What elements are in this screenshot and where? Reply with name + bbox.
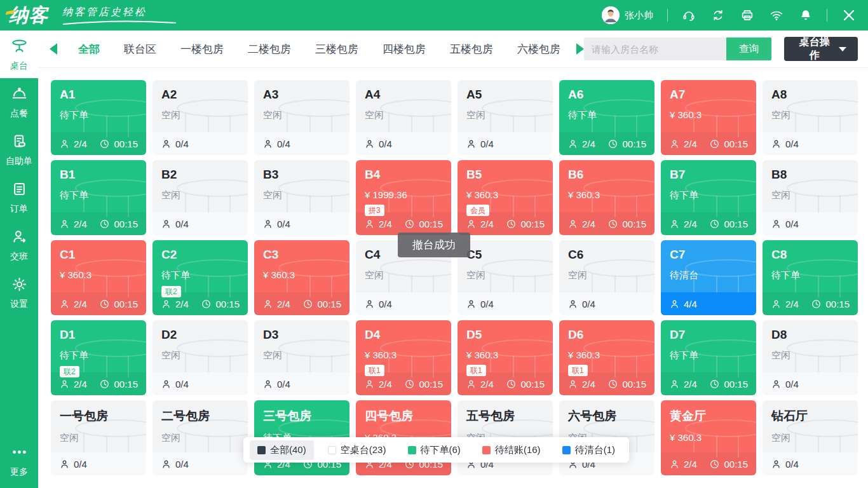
legend-label: 待清台(1)	[575, 444, 615, 456]
sync-icon[interactable]	[711, 8, 725, 22]
table-card[interactable]: A1待下单2/400:15	[51, 80, 146, 155]
table-card[interactable]: C6空闲0/4	[559, 240, 654, 315]
guest-count: 2/4	[684, 219, 697, 229]
guest-count: 2/4	[74, 219, 87, 229]
table-card[interactable]: B7待下单2/400:15	[661, 160, 756, 235]
tab-area-0[interactable]: 全部	[78, 42, 100, 57]
table-card[interactable]: D4¥ 360.3联12/400:15	[356, 320, 451, 395]
table-card[interactable]: A3空闲0/4	[254, 80, 349, 155]
occupied-time: 00:15	[724, 379, 748, 390]
bell-icon[interactable]	[799, 8, 813, 22]
table-card[interactable]: C1¥ 360.32/400:15	[51, 240, 146, 315]
table-card[interactable]: A2空闲0/4	[153, 80, 248, 155]
legend-item-3[interactable]: 待结账(16)	[475, 440, 548, 460]
table-footer: 2/400:15	[51, 212, 146, 235]
table-card[interactable]: 黄金厅¥ 360.32/400:15	[661, 400, 756, 475]
table-card[interactable]: D6¥ 360.3联12/400:15	[559, 320, 654, 395]
guests-icon	[262, 299, 273, 309]
table-name: A1	[60, 88, 137, 102]
table-card[interactable]: 二号包房空闲0/4	[153, 400, 248, 475]
guest-count: 2/4	[74, 379, 87, 390]
guests-icon	[771, 219, 782, 229]
tab-area-4[interactable]: 三楼包房	[315, 42, 358, 57]
table-card[interactable]: 钻石厅空闲0/4	[763, 400, 858, 475]
sidebar-item-label: 订单	[10, 203, 28, 215]
tab-area-3[interactable]: 二楼包房	[248, 42, 291, 57]
guests-icon	[567, 379, 578, 390]
table-status: ¥ 360.3	[466, 349, 544, 360]
table-card[interactable]: A5空闲0/4	[458, 80, 553, 155]
legend-item-2[interactable]: 待下单(6)	[400, 440, 468, 460]
table-footer: 0/4	[458, 132, 553, 155]
table-footer: 0/4	[254, 212, 349, 235]
tab-area-6[interactable]: 五楼包房	[450, 42, 493, 57]
table-footer: 2/400:15	[458, 372, 553, 395]
legend-item-0[interactable]: 全部(40)	[250, 440, 314, 460]
tab-area-5[interactable]: 四楼包房	[383, 42, 426, 57]
tabs-scroll-right-icon[interactable]	[576, 43, 584, 55]
table-name: B7	[670, 168, 747, 182]
table-card[interactable]: C5空闲0/4	[458, 240, 553, 315]
table-status: 空闲	[263, 349, 341, 362]
table-footer: 0/4	[153, 452, 248, 475]
table-card[interactable]: B6¥ 360.32/400:15	[559, 160, 654, 235]
printer-icon[interactable]	[740, 8, 754, 22]
sidebar-item-more[interactable]: 更多	[0, 437, 38, 484]
table-card[interactable]: C7待清台4/4	[661, 240, 756, 315]
table-card[interactable]: D3空闲0/4	[254, 320, 349, 395]
table-card[interactable]: A6待下单2/400:15	[559, 80, 654, 155]
table-name: A7	[670, 88, 747, 102]
table-card[interactable]: B2空闲0/4	[153, 160, 248, 235]
clock-icon	[302, 299, 313, 309]
table-card[interactable]: 一号包房空闲0/4	[51, 400, 146, 475]
tab-area-1[interactable]: 联台区	[124, 42, 156, 57]
table-status: 空闲	[365, 109, 442, 121]
sidebar-item-self-order[interactable]: 自助单	[0, 126, 38, 173]
guests-icon	[161, 219, 172, 229]
table-footer: 2/400:15	[661, 372, 756, 395]
table-card[interactable]: A4空闲0/4	[356, 80, 451, 155]
search-input[interactable]	[584, 37, 726, 60]
tab-area-7[interactable]: 六楼包房	[517, 42, 560, 57]
table-card[interactable]: D7待下单2/400:15	[661, 320, 756, 395]
table-card[interactable]: B5¥ 360.3会员2/400:15	[458, 160, 553, 235]
legend-swatch	[257, 446, 266, 454]
table-card[interactable]: D8空闲0/4	[763, 320, 858, 395]
legend-item-4[interactable]: 待清台(1)	[555, 440, 623, 460]
table-name: D3	[263, 328, 341, 342]
table-ops-button[interactable]: 桌台操作	[784, 37, 858, 61]
table-card[interactable]: D1待下单联22/400:15	[51, 320, 146, 395]
sidebar-item-tables[interactable]: 桌台	[0, 30, 38, 78]
sidebar-item-order[interactable]: 点餐	[0, 78, 38, 126]
table-card[interactable]: A8空闲0/4	[763, 80, 858, 155]
close-icon[interactable]	[841, 8, 857, 23]
table-card[interactable]: C8待下单2/400:15	[763, 240, 858, 315]
sidebar-item-label: 设置	[10, 299, 28, 310]
table-footer: 2/400:15	[763, 292, 858, 315]
search-button[interactable]: 查询	[726, 37, 771, 60]
tab-area-2[interactable]: 一楼包房	[180, 42, 224, 57]
sidebar-item-settings[interactable]: 设置	[0, 269, 38, 316]
table-footer: 2/400:15	[559, 372, 654, 395]
table-card[interactable]: D2空闲0/4	[153, 320, 248, 395]
table-card[interactable]: B8空闲0/4	[763, 160, 858, 235]
tabs-scroll-left-icon[interactable]	[50, 43, 57, 55]
table-card[interactable]: C2待下单联22/400:15	[153, 240, 248, 315]
wifi-icon[interactable]	[770, 8, 783, 22]
table-card[interactable]: B3空闲0/4	[254, 160, 349, 235]
sidebar-item-shift[interactable]: 交班	[0, 221, 38, 269]
table-card[interactable]: B4¥ 1999.36拼32/400:15	[356, 160, 451, 235]
customer-service-icon[interactable]	[682, 8, 696, 22]
table-card[interactable]: D5¥ 360.3联12/400:15	[458, 320, 553, 395]
table-footer: 2/400:15	[153, 292, 248, 315]
sidebar-item-orders[interactable]: 订单	[0, 173, 38, 221]
table-status: ¥ 360.3	[568, 349, 646, 360]
toast-message: 撤台成功	[398, 233, 470, 257]
table-card[interactable]: B1待下单2/400:15	[51, 160, 146, 235]
table-card[interactable]: C3¥ 360.32/400:15	[254, 240, 349, 315]
table-card[interactable]: A7¥ 360.32/400:15	[661, 80, 756, 155]
table-status: 空闲	[161, 109, 239, 121]
user-chip[interactable]: 张小帅	[602, 6, 653, 24]
guests-icon	[161, 379, 172, 390]
legend-item-1[interactable]: 空桌台(23)	[320, 440, 394, 460]
